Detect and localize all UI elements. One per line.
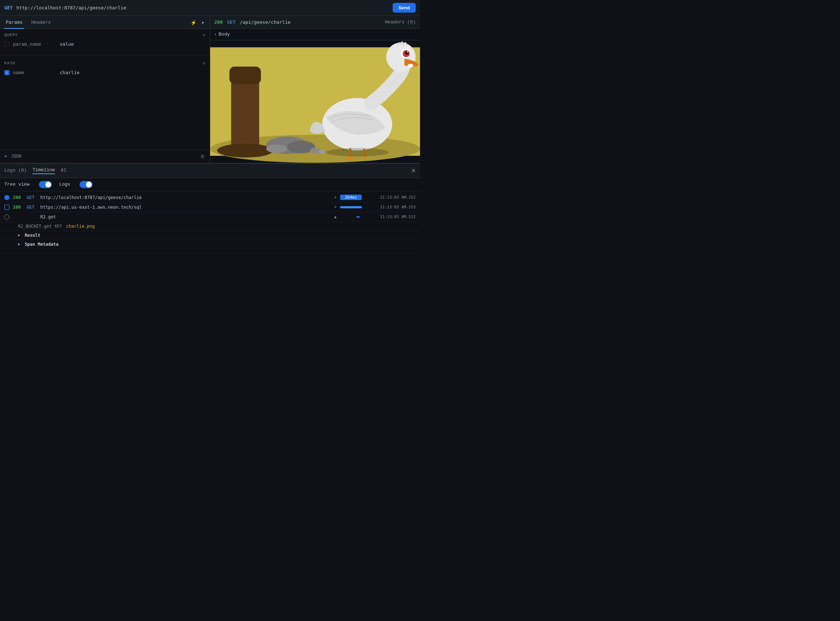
row1-url: http://localhost:8787/api/geese/charlie	[40, 195, 331, 200]
tab-timeline[interactable]: Timeline	[32, 167, 55, 174]
json-label: ⇌ JSON	[4, 154, 21, 159]
body-chevron-icon: ▾	[214, 32, 217, 37]
right-panel: 200 GET /api/geese/charlie Headers (6) ▾…	[210, 16, 420, 163]
row1-timing-bar: 264ms	[340, 195, 376, 200]
row2-status: 200	[13, 205, 23, 210]
row1-icon	[4, 195, 9, 200]
row3-timing-bar	[340, 214, 376, 220]
image-preview	[210, 40, 420, 163]
query-label: QUERY ◇	[4, 32, 206, 37]
response-status: 200	[214, 20, 223, 25]
main-split: Params Headers ⚡ ▾ QUERY ◇ param_name va…	[0, 16, 420, 164]
query-param-row: param_name value	[4, 40, 206, 48]
response-path: /api/geese/charlie	[240, 20, 290, 25]
logs-toggle[interactable]	[80, 181, 92, 188]
path-param-row: name charlie	[4, 68, 206, 77]
svg-point-16	[407, 64, 413, 67]
path-checkbox[interactable]	[4, 70, 9, 75]
path-section: PATH ◇ name charlie	[0, 57, 210, 82]
timeline-row-3[interactable]: R2.get ▲ 11:13:03 AM.512	[0, 212, 420, 222]
request-bar: GET Send	[0, 0, 420, 16]
url-input[interactable]	[16, 5, 389, 11]
row2-method: GET	[27, 205, 37, 210]
path-label: PATH ◇	[4, 61, 206, 65]
row1-method: GET	[27, 195, 37, 200]
bottom-panel: Logs (0) Timeline AI ✕ Tree view Logs 20…	[0, 164, 420, 311]
json-footer: ⇌ JSON ⎘	[0, 150, 210, 163]
result-label: Result	[25, 233, 40, 238]
body-toggle[interactable]: ▾ Body	[214, 32, 416, 37]
query-param-value: value	[60, 41, 74, 47]
body-label: Body	[219, 32, 230, 37]
svg-rect-3	[229, 67, 261, 84]
svg-point-11	[386, 42, 416, 72]
logs-toggle-label: Logs	[59, 182, 70, 187]
tab-actions: ⚡ ▾	[189, 19, 206, 29]
key-label: KEY	[55, 224, 62, 229]
path-param-name: name	[13, 70, 56, 75]
magic-icon[interactable]: ⚡	[189, 19, 198, 26]
row3-bar	[356, 216, 360, 218]
goose-illustration	[210, 40, 420, 163]
svg-point-15	[407, 51, 408, 53]
row1-expand[interactable]: ▾	[334, 195, 337, 200]
svg-point-9	[318, 149, 325, 154]
send-button[interactable]: Send	[393, 3, 416, 12]
row2-bar	[340, 206, 362, 208]
left-panel: Params Headers ⚡ ▾ QUERY ◇ param_name va…	[0, 16, 210, 163]
result-expand-arrow[interactable]: ▶	[18, 233, 21, 238]
row1-status: 200	[13, 195, 23, 200]
timeline-rows: 200 GET http://localhost:8787/api/geese/…	[0, 191, 420, 311]
method-badge: GET	[4, 5, 13, 11]
sub-row-result[interactable]: ▶ Result	[0, 231, 420, 240]
row1-timing-value: 264ms	[340, 195, 362, 200]
query-param-name: param_name	[13, 41, 56, 47]
copy-icon[interactable]: ⎘	[200, 153, 206, 160]
row2-time: 11:13:03 AM.253	[380, 205, 416, 209]
svg-point-8	[310, 148, 320, 154]
tab-headers[interactable]: Headers	[30, 17, 53, 29]
timeline-row-2[interactable]: 200 GET https://api.us-east-1.aws.neon.t…	[0, 203, 420, 212]
row3-url: R2.get	[40, 214, 331, 220]
svg-point-17	[325, 148, 388, 156]
chevron-down-icon[interactable]: ▾	[200, 19, 206, 26]
sub-row-bucket: R2_BUCKET.get KEY charlie.png	[0, 222, 420, 231]
tree-view-toggle[interactable]	[39, 181, 52, 188]
span-expand-arrow[interactable]: ▶	[18, 242, 21, 247]
bottom-header: Logs (0) Timeline AI ✕	[0, 164, 420, 178]
tab-logs[interactable]: Logs (0)	[4, 168, 27, 174]
path-clear-icon[interactable]: ◇	[203, 61, 206, 65]
response-method: GET	[227, 20, 235, 25]
bucket-label: R2_BUCKET.get	[18, 224, 52, 229]
body-section: ▾ Body	[210, 29, 420, 40]
query-section: QUERY ◇ param_name value	[0, 29, 210, 54]
row2-url: https://api.us-east-1.aws.neon.tech/sql	[40, 205, 331, 210]
svg-point-7	[266, 145, 287, 153]
row2-expand[interactable]: ▾	[334, 205, 337, 209]
query-clear-icon[interactable]: ◇	[203, 32, 206, 37]
row3-time: 11:13:03 AM.512	[380, 214, 416, 219]
response-headers-badge[interactable]: Headers (6)	[385, 20, 416, 25]
row3-icon	[4, 214, 9, 220]
close-button[interactable]: ✕	[411, 167, 416, 174]
timeline-row-1[interactable]: 200 GET http://localhost:8787/api/geese/…	[0, 193, 420, 203]
tree-view-label: Tree view	[4, 182, 29, 187]
tab-ai[interactable]: AI	[61, 168, 67, 174]
row2-timing-bar	[340, 204, 376, 210]
key-value: charlie.png	[66, 224, 95, 229]
toggles-row: Tree view Logs	[0, 178, 420, 191]
sub-row-span-metadata[interactable]: ▶ Span Metadata	[0, 240, 420, 249]
row1-time: 11:13:03 AM.252	[380, 195, 416, 200]
path-param-value: charlie	[60, 70, 80, 75]
row2-icon	[4, 205, 9, 210]
svg-point-4	[217, 144, 273, 158]
left-tab-bar: Params Headers ⚡ ▾	[0, 16, 210, 29]
span-metadata-label: Span Metadata	[25, 242, 59, 247]
response-header: 200 GET /api/geese/charlie Headers (6)	[210, 16, 420, 29]
tab-params[interactable]: Params	[4, 17, 24, 29]
row3-expand[interactable]: ▲	[334, 214, 337, 219]
query-checkbox[interactable]	[4, 42, 9, 47]
